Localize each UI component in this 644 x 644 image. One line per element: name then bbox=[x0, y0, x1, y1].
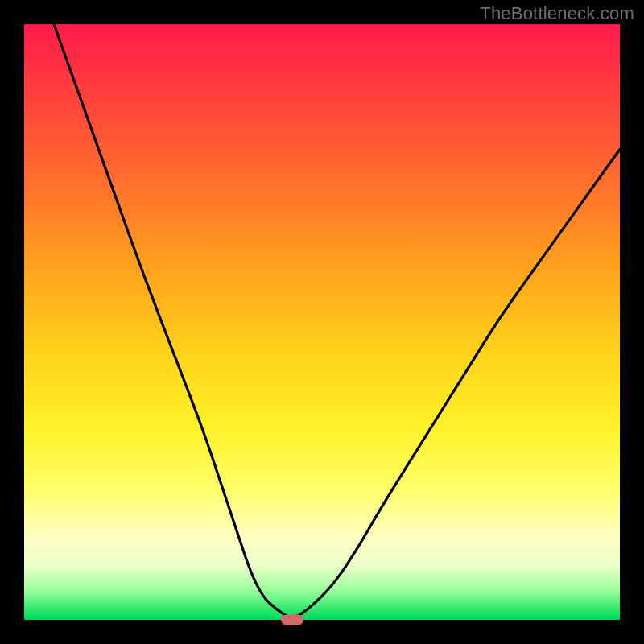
plot-area bbox=[24, 24, 620, 620]
bottleneck-curve bbox=[24, 24, 620, 620]
watermark-text: TheBottleneck.com bbox=[480, 3, 634, 24]
curve-path bbox=[54, 24, 620, 617]
bottleneck-marker bbox=[281, 615, 303, 625]
chart-frame: TheBottleneck.com bbox=[0, 0, 644, 644]
